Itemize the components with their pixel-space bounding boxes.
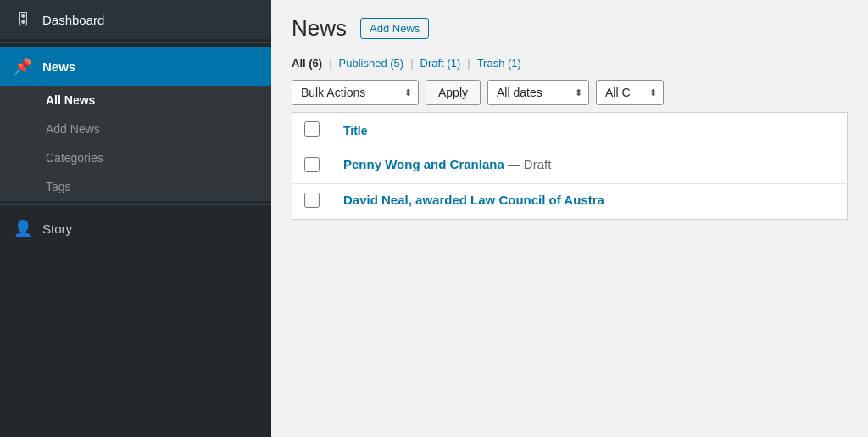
- row-checkbox-2[interactable]: [304, 193, 320, 208]
- filter-sep-3: |: [467, 57, 470, 70]
- row-title-cell-1: Penny Wong and Cranlana — Draft: [331, 148, 848, 184]
- post-status-1: — Draft: [508, 157, 552, 171]
- submenu-add-news[interactable]: Add News: [0, 115, 271, 143]
- submenu-categories[interactable]: Categories: [0, 143, 271, 172]
- bulk-actions-select[interactable]: Bulk Actions: [292, 80, 419, 105]
- dashboard-icon: 🎛: [14, 10, 32, 29]
- categories-select[interactable]: All C: [596, 80, 664, 105]
- filter-sep-2: |: [410, 57, 413, 70]
- page-header: News Add News: [271, 0, 868, 50]
- story-icon: 👤: [14, 219, 32, 238]
- main-content: News Add News All (6) | Published (5) | …: [271, 0, 868, 437]
- filter-all[interactable]: All (6): [292, 57, 322, 70]
- post-title-link-1[interactable]: Penny Wong and Cranlana: [343, 157, 504, 171]
- post-title-link-2[interactable]: David Neal, awarded Law Council of Austr…: [343, 193, 604, 207]
- sidebar-item-dashboard-label: Dashboard: [42, 13, 104, 27]
- col-title: Title: [331, 113, 848, 148]
- row-checkbox-cell-2: [292, 184, 332, 220]
- sidebar-item-dashboard[interactable]: 🎛 Dashboard: [0, 0, 271, 39]
- col-checkbox: [292, 113, 332, 148]
- categories-wrapper: All C ⬍: [596, 80, 664, 105]
- filter-sep-1: |: [329, 57, 331, 70]
- dates-wrapper: All dates ⬍: [487, 80, 589, 105]
- sidebar-item-story[interactable]: 👤 Story: [0, 209, 271, 248]
- dates-select[interactable]: All dates: [487, 80, 589, 105]
- sidebar-item-news[interactable]: 📌 News: [0, 47, 271, 86]
- submenu-all-news[interactable]: All News: [0, 86, 271, 115]
- table-row: Penny Wong and Cranlana — Draft: [292, 148, 848, 184]
- sidebar: 🎛 Dashboard 📌 News All News Add News Cat…: [0, 0, 271, 437]
- row-checkbox-1[interactable]: [304, 157, 320, 172]
- news-submenu: All News Add News Categories Tags: [0, 86, 271, 201]
- select-all-checkbox[interactable]: [304, 121, 320, 137]
- title-sort-link[interactable]: Title: [343, 124, 368, 137]
- filter-trash[interactable]: Trash (1): [477, 57, 521, 70]
- filter-bar: All (6) | Published (5) | Draft (1) | Tr…: [271, 50, 868, 75]
- filter-draft[interactable]: Draft (1): [420, 57, 461, 70]
- table-row: David Neal, awarded Law Council of Austr…: [292, 184, 848, 220]
- sidebar-divider-2: [0, 204, 271, 205]
- sidebar-item-story-label: Story: [42, 221, 72, 236]
- sidebar-divider-1: [0, 42, 271, 43]
- bulk-actions-wrapper: Bulk Actions ⬍: [292, 80, 419, 105]
- row-title-cell-2: David Neal, awarded Law Council of Austr…: [331, 184, 848, 220]
- news-table: Title Penny Wong and Cranlana — Draft: [292, 112, 848, 220]
- action-bar: Bulk Actions ⬍ Apply All dates ⬍ All C ⬍: [271, 75, 868, 112]
- pin-icon: 📌: [14, 57, 32, 76]
- submenu-tags[interactable]: Tags: [0, 172, 271, 201]
- add-news-button[interactable]: Add News: [360, 18, 429, 39]
- filter-published[interactable]: Published (5): [339, 57, 404, 70]
- table-wrapper: Title Penny Wong and Cranlana — Draft: [271, 112, 868, 437]
- page-title: News: [292, 15, 347, 42]
- apply-button[interactable]: Apply: [426, 80, 481, 105]
- row-checkbox-cell: [292, 148, 332, 184]
- table-header-row: Title: [292, 113, 848, 148]
- sidebar-item-news-label: News: [42, 59, 75, 74]
